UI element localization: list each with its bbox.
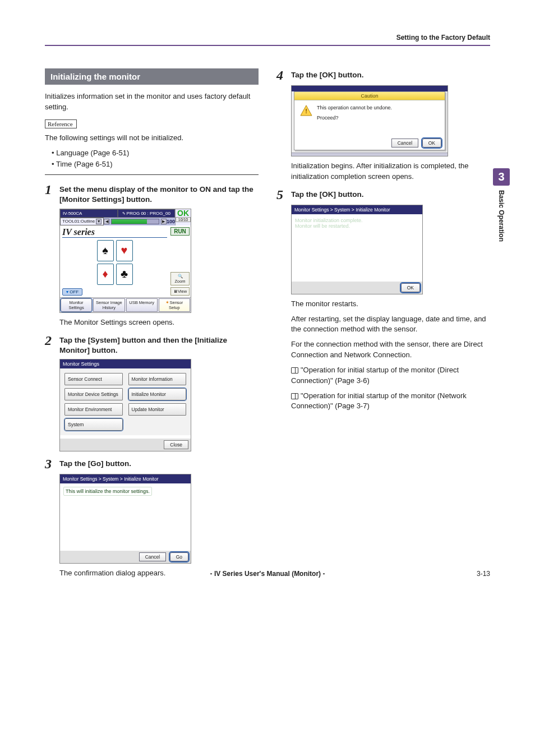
monitor-information-button[interactable]: Monitor Information xyxy=(128,373,187,385)
tool-dropdown-label: TOOL01:Outline xyxy=(62,219,95,224)
program-label: ✎ PROG 00 : PROG_00 xyxy=(118,209,176,218)
cancel-button[interactable]: Cancel xyxy=(391,139,418,147)
zoom-label: Zoom xyxy=(174,279,185,284)
sensor-setup-label: Sensor Setup xyxy=(169,300,183,310)
heart-icon: ♥ xyxy=(116,240,133,261)
tool-dropdown[interactable]: TOOL01:Outline ▼ xyxy=(60,218,104,225)
next-button[interactable]: ▶ xyxy=(161,219,167,224)
step1-after: The Monitor Settings screen opens. xyxy=(59,317,259,328)
ok-button[interactable]: OK xyxy=(422,139,441,147)
panel-title: Monitor Settings xyxy=(60,359,191,368)
step-2: 2 Tap the [System] button and then the [… xyxy=(45,334,259,356)
reference-item: • Language (Page 6-51) xyxy=(52,148,259,159)
chapter-label: Basic Operation xyxy=(497,190,505,242)
ok-status: OK xyxy=(176,209,191,217)
left-column: Initializing the monitor Initializes inf… xyxy=(45,68,259,583)
step-number: 4 xyxy=(276,68,287,82)
dialog-title: Caution xyxy=(294,92,445,100)
cross-ref-text: "Operation for initial startup of the mo… xyxy=(291,391,467,411)
step-1: 1 Set the menu display of the monitor to… xyxy=(45,183,259,205)
page-footer: - IV Series User's Manual (Monitor) - 3-… xyxy=(45,570,490,578)
reference-lead: The following settings will not be initi… xyxy=(45,133,259,144)
panel-breadcrumb: Monitor Settings > System > Initialize M… xyxy=(292,205,422,214)
chapter-thumb-tab: 3 Basic Operation xyxy=(493,168,510,242)
step-number: 2 xyxy=(45,334,55,347)
scrollbar[interactable] xyxy=(292,153,448,156)
reference-block: The following settings will not be initi… xyxy=(45,131,259,176)
sensor-setup-button[interactable]: ✶Sensor Setup xyxy=(159,298,190,312)
ok-ratio: 10/10 xyxy=(176,217,191,222)
partial-header xyxy=(292,86,448,91)
step5-after3: For the connection method with the senso… xyxy=(291,339,490,361)
step4-after: Initialization begins. After initializat… xyxy=(291,161,490,182)
book-icon xyxy=(291,367,298,374)
step-text: Tap the [System] button and then the [In… xyxy=(59,334,259,356)
step-text: Tap the [OK] button. xyxy=(291,68,363,80)
close-button[interactable]: Close xyxy=(164,440,188,449)
screenshot-caution-dialog: Caution ! This operation cannot be undon… xyxy=(291,85,448,156)
score-value: 100 xyxy=(167,219,175,224)
step-text: Set the menu display of the monitor to O… xyxy=(59,183,259,205)
cross-ref-1: "Operation for initial startup of the mo… xyxy=(291,365,490,386)
complete-line2: Monitor will be restarted. xyxy=(295,223,419,229)
confirm-message: This will initialize the monitor setting… xyxy=(63,487,152,496)
page-number: 3-13 xyxy=(456,570,490,578)
chapter-number: 3 xyxy=(493,168,510,186)
program-text: PROG 00 : PROG_00 xyxy=(127,211,170,216)
step-number: 3 xyxy=(45,457,55,471)
zoom-button[interactable]: 🔍Zoom xyxy=(170,272,190,285)
ok-button[interactable]: OK xyxy=(401,283,420,292)
step-5: 5 Tap the [OK] button. xyxy=(276,188,490,201)
run-button[interactable]: RUN xyxy=(170,227,190,236)
usb-memory-button[interactable]: USB Memory xyxy=(126,298,158,312)
initialize-monitor-button[interactable]: Initialize Monitor xyxy=(128,388,187,400)
club-icon: ♣ xyxy=(116,264,133,285)
spade-icon: ♠ xyxy=(97,240,114,261)
chevron-down-icon: ▼ xyxy=(96,219,102,224)
off-label: OFF xyxy=(70,289,79,294)
view-button[interactable]: 🖥View xyxy=(170,287,190,296)
step-4: 4 Tap the [OK] button. xyxy=(276,68,490,82)
complete-line1: Monitor initialization complete. xyxy=(295,218,419,223)
step-number: 1 xyxy=(45,183,55,196)
dialog-line2: Proceed? xyxy=(317,115,392,121)
header-rule xyxy=(45,45,490,46)
step-number: 5 xyxy=(276,188,287,201)
reference-item: • Time (Page 6-51) xyxy=(52,159,259,170)
screenshot-init-complete: Monitor Settings > System > Initialize M… xyxy=(291,205,423,294)
prev-button[interactable]: ◀ xyxy=(104,219,109,224)
step5-after2: After restarting, set the display langua… xyxy=(291,314,490,335)
off-toggle[interactable]: ▾ OFF xyxy=(62,288,82,296)
monitor-environment-button[interactable]: Monitor Environment xyxy=(64,403,123,416)
cross-ref-2: "Operation for initial startup of the mo… xyxy=(291,391,490,412)
warning-icon: ! xyxy=(300,105,312,116)
step-text: Tap the [OK] button. xyxy=(291,188,363,200)
diamond-icon: ♦ xyxy=(97,264,114,285)
cross-ref-text: "Operation for initial startup of the mo… xyxy=(291,366,459,385)
svg-text:!: ! xyxy=(305,108,307,114)
step5-after1: The monitor restarts. xyxy=(291,299,490,310)
score-bar xyxy=(111,219,159,224)
screenshot-monitor-settings: Monitor Settings Sensor Connect Monitor … xyxy=(59,359,191,451)
footer-title: - IV Series User's Manual (Monitor) - xyxy=(79,570,456,578)
page-header: Setting to the Factory Default xyxy=(45,34,490,42)
view-label: View xyxy=(178,289,187,294)
sensor-connect-button[interactable]: Sensor Connect xyxy=(64,373,123,385)
dialog-line1: This operation cannot be undone. xyxy=(317,105,392,110)
screenshot-monitor-main: IV-500CA ✎ PROG 00 : PROG_00 TOOL01:Outl… xyxy=(59,209,191,313)
panel-breadcrumb: Monitor Settings > System > Initialize M… xyxy=(60,474,191,483)
step-text: Tap the [Go] button. xyxy=(59,457,131,469)
book-icon xyxy=(291,393,298,399)
reference-tag: Reference xyxy=(45,119,77,128)
system-button[interactable]: System xyxy=(64,418,123,431)
step-3: 3 Tap the [Go] button. xyxy=(45,457,259,471)
sensor-image-history-button[interactable]: Sensor Image History xyxy=(93,298,124,312)
monitor-device-settings-button[interactable]: Monitor Device Settings xyxy=(64,388,123,400)
monitor-settings-button[interactable]: Monitor Settings xyxy=(61,298,92,312)
cancel-button[interactable]: Cancel xyxy=(139,552,166,561)
device-id: IV-500CA xyxy=(60,209,118,218)
right-column: 4 Tap the [OK] button. Caution ! xyxy=(276,68,490,583)
go-button[interactable]: Go xyxy=(170,552,188,561)
update-monitor-button[interactable]: Update Monitor xyxy=(128,403,187,416)
section-heading: Initializing the monitor xyxy=(45,68,259,85)
